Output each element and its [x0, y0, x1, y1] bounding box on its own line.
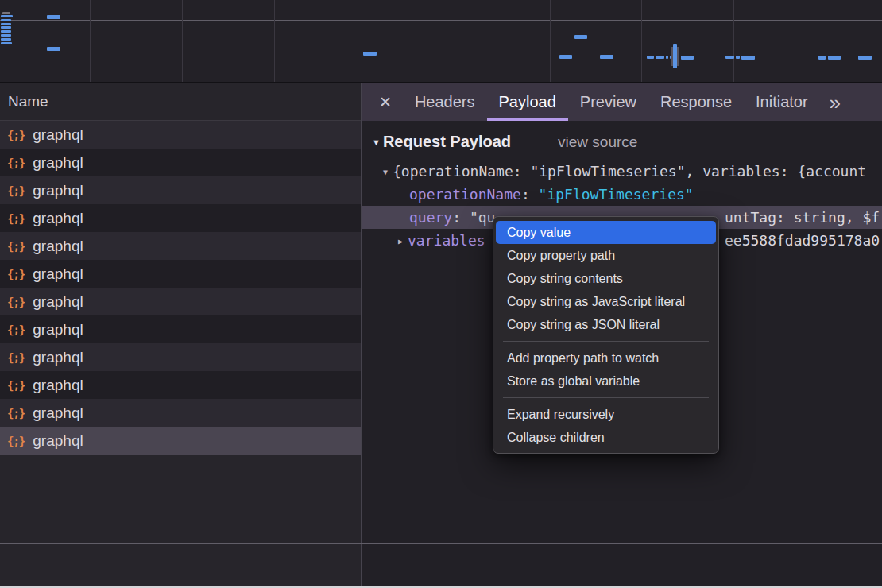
menu-item-add-property-path-to-watch[interactable]: Add property path to watch	[496, 346, 716, 369]
timeline-bar	[600, 55, 613, 59]
timeline-bar	[1, 26, 11, 29]
variables-value-right-fragment: ee5588fdad995178a0	[725, 229, 880, 252]
tab-headers[interactable]: Headers	[403, 83, 487, 121]
network-overview-timeline[interactable]	[0, 0, 882, 83]
detail-tabbar: ✕ HeadersPayloadPreviewResponseInitiator…	[362, 83, 882, 121]
timeline-bar	[828, 56, 841, 60]
timeline-bar	[47, 47, 60, 51]
request-name: graphql	[33, 432, 83, 450]
json-braces-icon: {;}	[7, 323, 25, 336]
request-name: graphql	[33, 404, 83, 422]
network-request-row[interactable]: {;}graphql	[0, 399, 361, 427]
json-braces-icon: {;}	[7, 212, 25, 225]
json-braces-icon: {;}	[7, 240, 25, 253]
request-name: graphql	[33, 293, 83, 311]
timeline-bar	[741, 56, 755, 60]
tree-row-operation-name[interactable]: operationName: "ipFlowTimeseries"	[362, 183, 882, 206]
tab-payload[interactable]: Payload	[487, 83, 568, 121]
request-name: graphql	[33, 265, 83, 283]
collapsed-triangle-icon[interactable]: ▶	[398, 230, 403, 253]
key-value-separator: :	[452, 209, 470, 226]
close-icon[interactable]: ✕	[379, 93, 392, 111]
menu-item-store-as-global-variable[interactable]: Store as global variable	[496, 369, 716, 393]
tab-response[interactable]: Response	[648, 83, 744, 121]
status-footer	[0, 543, 882, 586]
json-braces-icon: {;}	[7, 351, 25, 364]
timeline-bar	[818, 56, 826, 60]
network-request-row[interactable]: {;}graphql	[0, 260, 361, 288]
more-tabs-chevron-icon[interactable]: »	[830, 92, 841, 113]
request-name: graphql	[33, 349, 83, 366]
request-list: {;}graphql{;}graphql{;}graphql{;}graphql…	[0, 121, 361, 455]
network-request-row[interactable]: {;}graphql	[0, 288, 361, 315]
menu-item-collapse-children[interactable]: Collapse children	[496, 426, 716, 449]
request-name: graphql	[33, 377, 83, 394]
json-braces-icon: {;}	[7, 379, 25, 392]
request-payload-header: ▼ Request Payload view source	[372, 133, 882, 151]
json-braces-icon: {;}	[7, 184, 25, 197]
json-braces-icon: {;}	[7, 129, 25, 141]
request-list-panel: Name {;}graphql{;}graphql{;}graphql{;}gr…	[0, 83, 361, 543]
timeline-bar	[673, 44, 677, 68]
overview-divider-line	[0, 20, 882, 21]
menu-item-copy-string-as-javascript-literal[interactable]: Copy string as JavaScript literal	[496, 290, 716, 313]
menu-item-expand-recursively[interactable]: Expand recursively	[496, 403, 716, 426]
request-name: graphql	[33, 210, 83, 227]
network-request-row[interactable]: {;}graphql	[0, 149, 361, 176]
request-name: graphql	[33, 321, 83, 338]
expanded-triangle-icon[interactable]: ▼	[383, 161, 388, 184]
timeline-bar	[647, 56, 654, 59]
context-menu: Copy valueCopy property pathCopy string …	[493, 216, 719, 454]
network-request-row[interactable]: {;}graphql	[0, 315, 361, 343]
timeline-bar	[1, 38, 11, 41]
network-request-row[interactable]: {;}graphql	[0, 176, 361, 204]
timeline-bar	[47, 15, 60, 19]
timeline-bar	[2, 12, 10, 14]
name-column-header[interactable]: Name	[0, 83, 361, 121]
timeline-bar	[363, 52, 377, 56]
timeline-bar	[736, 56, 740, 59]
view-source-link[interactable]: view source	[558, 133, 637, 151]
timeline-bar	[574, 35, 587, 39]
overview-grid-line	[826, 0, 826, 82]
overview-grid-line	[182, 0, 183, 82]
overview-grid-line	[366, 0, 366, 82]
overview-grid-line	[550, 0, 551, 82]
tree-row-root[interactable]: ▼{operationName: "ipFlowTimeseries", var…	[362, 160, 882, 183]
timeline-bar	[1, 30, 11, 33]
timeline-bar	[1, 42, 12, 44]
timeline-bar	[1, 34, 11, 37]
json-braces-icon: {;}	[7, 296, 25, 308]
request-name: graphql	[33, 154, 83, 172]
timeline-bar	[858, 56, 872, 60]
menu-item-copy-string-contents[interactable]: Copy string contents	[496, 267, 716, 290]
key-value-separator: :	[521, 186, 539, 203]
network-request-row[interactable]: {;}graphql	[0, 204, 361, 232]
network-request-row[interactable]: {;}graphql	[0, 343, 361, 371]
root-preview-text: {operationName: "ipFlowTimeseries", vari…	[393, 163, 866, 180]
query-value-right-fragment: untTag: string, $f	[725, 206, 880, 229]
timeline-bar	[725, 56, 734, 59]
tab-initiator[interactable]: Initiator	[744, 83, 820, 121]
section-title: Request Payload	[383, 133, 511, 151]
timeline-bar	[666, 56, 668, 59]
menu-item-copy-string-as-json-literal[interactable]: Copy string as JSON literal	[496, 313, 716, 336]
menu-separator	[503, 397, 709, 398]
network-request-row[interactable]: {;}graphql	[0, 371, 361, 399]
menu-separator	[503, 341, 709, 342]
overview-grid-line	[733, 0, 734, 82]
request-name: graphql	[33, 126, 83, 144]
timeline-bar	[656, 56, 664, 59]
network-request-row[interactable]: {;}graphql	[0, 427, 361, 455]
menu-item-copy-property-path[interactable]: Copy property path	[496, 244, 716, 267]
timeline-bar	[1, 15, 13, 17]
network-request-row[interactable]: {;}graphql	[0, 121, 361, 149]
json-braces-icon: {;}	[7, 268, 25, 280]
menu-item-copy-value[interactable]: Copy value	[496, 221, 716, 244]
timeline-bar	[1, 19, 11, 21]
tab-preview[interactable]: Preview	[568, 83, 648, 121]
section-expanded-triangle-icon[interactable]: ▼	[372, 137, 381, 147]
property-value-partial: "qu	[470, 209, 496, 226]
network-request-row[interactable]: {;}graphql	[0, 232, 361, 260]
timeline-bar	[559, 55, 572, 59]
